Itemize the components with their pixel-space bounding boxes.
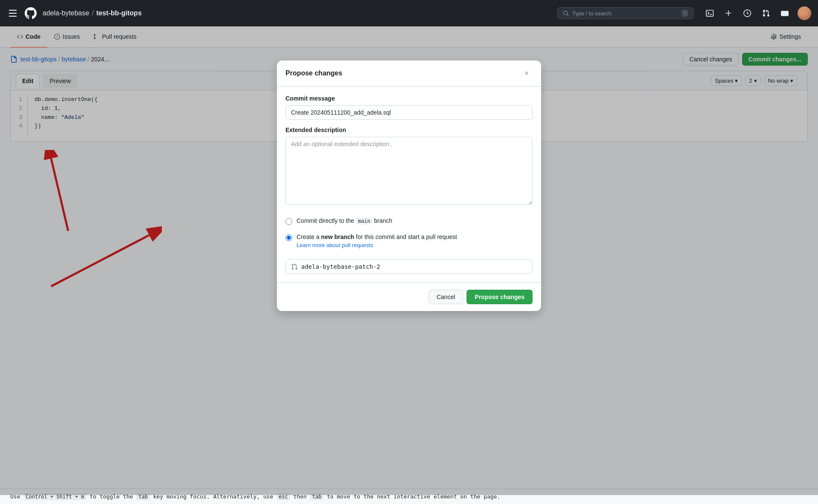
radio-direct-label: Commit directly to the main branch xyxy=(297,217,392,224)
extended-desc-group: Extended description xyxy=(285,127,533,206)
modal-body: Commit message Extended description Comm… xyxy=(277,86,541,282)
extended-desc-label: Extended description xyxy=(285,127,533,133)
branch-input-wrapper xyxy=(285,259,533,274)
radio-new-branch-label: Create a new branch for this commit and … xyxy=(297,233,457,248)
commit-message-label: Commit message xyxy=(285,95,533,102)
avatar[interactable] xyxy=(798,6,811,20)
branch-name-input[interactable] xyxy=(301,263,527,270)
repo-path: adela-bytebase / test-bb-gitops xyxy=(43,9,142,17)
propose-changes-button[interactable]: Propose changes xyxy=(467,290,533,304)
github-logo xyxy=(24,6,37,20)
history-icon[interactable] xyxy=(741,7,753,19)
page-wrapper: Code Issues Pull requests Settings test-… xyxy=(0,26,818,495)
modal-overlay: Propose changes × Commit message Extende… xyxy=(0,26,818,495)
inbox-icon[interactable] xyxy=(779,7,791,19)
search-shortcut: / xyxy=(682,10,688,17)
learn-more-link[interactable]: Learn more about pull requests xyxy=(297,242,457,248)
plus-icon[interactable] xyxy=(723,7,734,19)
pullrequest-icon[interactable] xyxy=(760,7,772,19)
top-nav: adela-bytebase / test-bb-gitops Type / t… xyxy=(0,0,818,26)
search-placeholder: Type / to search xyxy=(572,10,612,17)
modal-cancel-button[interactable]: Cancel xyxy=(429,290,464,304)
commit-message-input[interactable] xyxy=(285,105,533,120)
search-bar[interactable]: Type / to search / xyxy=(557,7,694,19)
modal-close-button[interactable]: × xyxy=(521,67,533,79)
radio-new-branch-input[interactable] xyxy=(285,234,292,241)
terminal-icon[interactable] xyxy=(704,7,716,19)
radio-option-new-branch[interactable]: Create a new branch for this commit and … xyxy=(285,229,533,253)
nav-icons xyxy=(704,6,811,20)
radio-direct-input[interactable] xyxy=(285,218,292,225)
modal-footer: Cancel Propose changes xyxy=(277,282,541,311)
branch-icon xyxy=(291,263,298,270)
modal-title: Propose changes xyxy=(285,69,342,77)
propose-changes-modal: Propose changes × Commit message Extende… xyxy=(277,60,541,311)
path-separator: / xyxy=(92,9,93,17)
repo-name[interactable]: test-bb-gitops xyxy=(96,9,142,17)
hamburger-menu[interactable] xyxy=(7,7,19,19)
modal-header: Propose changes × xyxy=(277,60,541,86)
org-link[interactable]: adela-bytebase xyxy=(43,9,89,17)
radio-group: Commit directly to the main branch Creat… xyxy=(285,213,533,253)
extended-desc-textarea[interactable] xyxy=(285,137,533,205)
radio-option-direct[interactable]: Commit directly to the main branch xyxy=(285,213,533,229)
search-icon xyxy=(563,10,569,16)
commit-message-group: Commit message xyxy=(285,95,533,120)
